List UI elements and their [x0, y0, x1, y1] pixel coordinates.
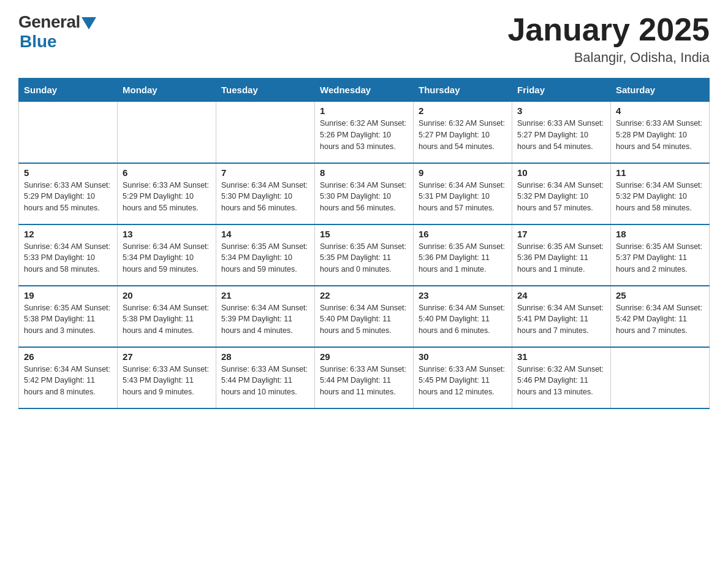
day-info: Sunrise: 6:33 AM Sunset: 5:44 PM Dayligh…: [221, 364, 309, 398]
calendar-cell: 21Sunrise: 6:34 AM Sunset: 5:39 PM Dayli…: [216, 286, 315, 347]
calendar-cell: 15Sunrise: 6:35 AM Sunset: 5:35 PM Dayli…: [315, 224, 414, 286]
day-info: Sunrise: 6:34 AM Sunset: 5:38 PM Dayligh…: [123, 302, 211, 337]
calendar-week-row: 19Sunrise: 6:35 AM Sunset: 5:38 PM Dayli…: [19, 286, 710, 347]
calendar-cell: 17Sunrise: 6:35 AM Sunset: 5:36 PM Dayli…: [512, 224, 611, 286]
day-number: 29: [320, 351, 408, 362]
day-number: 25: [616, 290, 704, 301]
logo-general-text: General: [18, 12, 80, 32]
calendar-cell: 25Sunrise: 6:34 AM Sunset: 5:42 PM Dayli…: [611, 286, 710, 347]
day-info: Sunrise: 6:32 AM Sunset: 5:26 PM Dayligh…: [320, 118, 408, 152]
day-number: 1: [320, 105, 408, 116]
day-info: Sunrise: 6:35 AM Sunset: 5:35 PM Dayligh…: [320, 241, 408, 275]
day-number: 13: [123, 229, 211, 239]
day-number: 16: [419, 229, 507, 239]
day-info: Sunrise: 6:32 AM Sunset: 5:27 PM Dayligh…: [419, 118, 507, 152]
day-number: 18: [616, 229, 704, 239]
calendar-cell: 26Sunrise: 6:34 AM Sunset: 5:42 PM Dayli…: [19, 347, 118, 408]
calendar-cell: 6Sunrise: 6:33 AM Sunset: 5:29 PM Daylig…: [118, 163, 216, 224]
day-number: 24: [517, 290, 605, 301]
day-info: Sunrise: 6:33 AM Sunset: 5:43 PM Dayligh…: [123, 364, 211, 398]
day-number: 2: [419, 105, 507, 116]
calendar-cell: 16Sunrise: 6:35 AM Sunset: 5:36 PM Dayli…: [414, 224, 512, 286]
day-info: Sunrise: 6:34 AM Sunset: 5:31 PM Dayligh…: [419, 180, 507, 214]
day-info: Sunrise: 6:34 AM Sunset: 5:42 PM Dayligh…: [24, 364, 112, 398]
calendar-cell: 18Sunrise: 6:35 AM Sunset: 5:37 PM Dayli…: [611, 224, 710, 286]
logo-blue-text: Blue: [20, 32, 57, 52]
day-info: Sunrise: 6:34 AM Sunset: 5:39 PM Dayligh…: [221, 302, 309, 337]
day-number: 21: [221, 290, 309, 301]
calendar-cell: 14Sunrise: 6:35 AM Sunset: 5:34 PM Dayli…: [216, 224, 315, 286]
day-info: Sunrise: 6:34 AM Sunset: 5:30 PM Dayligh…: [320, 180, 408, 214]
calendar-cell: 22Sunrise: 6:34 AM Sunset: 5:40 PM Dayli…: [315, 286, 414, 347]
day-info: Sunrise: 6:33 AM Sunset: 5:44 PM Dayligh…: [320, 364, 408, 398]
calendar-week-row: 5Sunrise: 6:33 AM Sunset: 5:29 PM Daylig…: [19, 163, 710, 224]
calendar-cell: [216, 102, 315, 163]
calendar-cell: 4Sunrise: 6:33 AM Sunset: 5:28 PM Daylig…: [611, 102, 710, 163]
calendar-cell: [19, 102, 118, 163]
day-number: 9: [419, 167, 507, 178]
calendar-cell: 23Sunrise: 6:34 AM Sunset: 5:40 PM Dayli…: [414, 286, 512, 347]
day-info: Sunrise: 6:34 AM Sunset: 5:30 PM Dayligh…: [221, 180, 309, 214]
calendar-cell: 29Sunrise: 6:33 AM Sunset: 5:44 PM Dayli…: [315, 347, 414, 408]
calendar-cell: 19Sunrise: 6:35 AM Sunset: 5:38 PM Dayli…: [19, 286, 118, 347]
day-info: Sunrise: 6:34 AM Sunset: 5:32 PM Dayligh…: [616, 180, 704, 214]
day-info: Sunrise: 6:34 AM Sunset: 5:41 PM Dayligh…: [517, 302, 605, 337]
calendar-cell: 24Sunrise: 6:34 AM Sunset: 5:41 PM Dayli…: [512, 286, 611, 347]
day-info: Sunrise: 6:33 AM Sunset: 5:29 PM Dayligh…: [24, 180, 112, 214]
calendar-week-row: 26Sunrise: 6:34 AM Sunset: 5:42 PM Dayli…: [19, 347, 710, 408]
calendar-table: SundayMondayTuesdayWednesdayThursdayFrid…: [18, 78, 710, 409]
day-info: Sunrise: 6:33 AM Sunset: 5:29 PM Dayligh…: [123, 180, 211, 214]
header-friday: Friday: [512, 79, 611, 102]
calendar-cell: 10Sunrise: 6:34 AM Sunset: 5:32 PM Dayli…: [512, 163, 611, 224]
calendar-week-row: 1Sunrise: 6:32 AM Sunset: 5:26 PM Daylig…: [19, 102, 710, 163]
day-number: 28: [221, 351, 309, 362]
calendar-cell: 8Sunrise: 6:34 AM Sunset: 5:30 PM Daylig…: [315, 163, 414, 224]
calendar-cell: 27Sunrise: 6:33 AM Sunset: 5:43 PM Dayli…: [118, 347, 216, 408]
day-number: 3: [517, 105, 605, 116]
calendar-header-row: SundayMondayTuesdayWednesdayThursdayFrid…: [19, 79, 710, 102]
day-number: 11: [616, 167, 704, 178]
day-number: 30: [419, 351, 507, 362]
calendar-title: January 2025: [507, 12, 710, 47]
day-number: 17: [517, 229, 605, 239]
calendar-cell: 7Sunrise: 6:34 AM Sunset: 5:30 PM Daylig…: [216, 163, 315, 224]
header-tuesday: Tuesday: [216, 79, 315, 102]
calendar-cell: 1Sunrise: 6:32 AM Sunset: 5:26 PM Daylig…: [315, 102, 414, 163]
calendar-cell: 30Sunrise: 6:33 AM Sunset: 5:45 PM Dayli…: [414, 347, 512, 408]
day-info: Sunrise: 6:35 AM Sunset: 5:38 PM Dayligh…: [24, 302, 112, 337]
page-header: General Blue January 2025 Balangir, Odis…: [18, 12, 710, 66]
header-thursday: Thursday: [414, 79, 512, 102]
header-saturday: Saturday: [611, 79, 710, 102]
calendar-cell: 2Sunrise: 6:32 AM Sunset: 5:27 PM Daylig…: [414, 102, 512, 163]
day-info: Sunrise: 6:32 AM Sunset: 5:46 PM Dayligh…: [517, 364, 605, 398]
day-number: 8: [320, 167, 408, 178]
logo: General Blue: [18, 12, 96, 52]
header-sunday: Sunday: [19, 79, 118, 102]
day-number: 19: [24, 290, 112, 301]
day-number: 7: [221, 167, 309, 178]
calendar-cell: 31Sunrise: 6:32 AM Sunset: 5:46 PM Dayli…: [512, 347, 611, 408]
day-number: 12: [24, 229, 112, 239]
day-info: Sunrise: 6:35 AM Sunset: 5:36 PM Dayligh…: [517, 241, 605, 275]
day-number: 15: [320, 229, 408, 239]
calendar-cell: 13Sunrise: 6:34 AM Sunset: 5:34 PM Dayli…: [118, 224, 216, 286]
calendar-cell: 5Sunrise: 6:33 AM Sunset: 5:29 PM Daylig…: [19, 163, 118, 224]
day-number: 6: [123, 167, 211, 178]
day-number: 4: [616, 105, 704, 116]
day-info: Sunrise: 6:33 AM Sunset: 5:45 PM Dayligh…: [419, 364, 507, 398]
calendar-subtitle: Balangir, Odisha, India: [507, 50, 710, 66]
day-number: 26: [24, 351, 112, 362]
header-wednesday: Wednesday: [315, 79, 414, 102]
calendar-cell: 12Sunrise: 6:34 AM Sunset: 5:33 PM Dayli…: [19, 224, 118, 286]
calendar-cell: 28Sunrise: 6:33 AM Sunset: 5:44 PM Dayli…: [216, 347, 315, 408]
day-number: 14: [221, 229, 309, 239]
day-info: Sunrise: 6:34 AM Sunset: 5:42 PM Dayligh…: [616, 302, 704, 337]
day-number: 27: [123, 351, 211, 362]
calendar-cell: 11Sunrise: 6:34 AM Sunset: 5:32 PM Dayli…: [611, 163, 710, 224]
day-info: Sunrise: 6:35 AM Sunset: 5:34 PM Dayligh…: [221, 241, 309, 275]
day-number: 22: [320, 290, 408, 301]
day-number: 10: [517, 167, 605, 178]
calendar-cell: 20Sunrise: 6:34 AM Sunset: 5:38 PM Dayli…: [118, 286, 216, 347]
day-info: Sunrise: 6:35 AM Sunset: 5:37 PM Dayligh…: [616, 241, 704, 275]
day-info: Sunrise: 6:34 AM Sunset: 5:40 PM Dayligh…: [320, 302, 408, 337]
